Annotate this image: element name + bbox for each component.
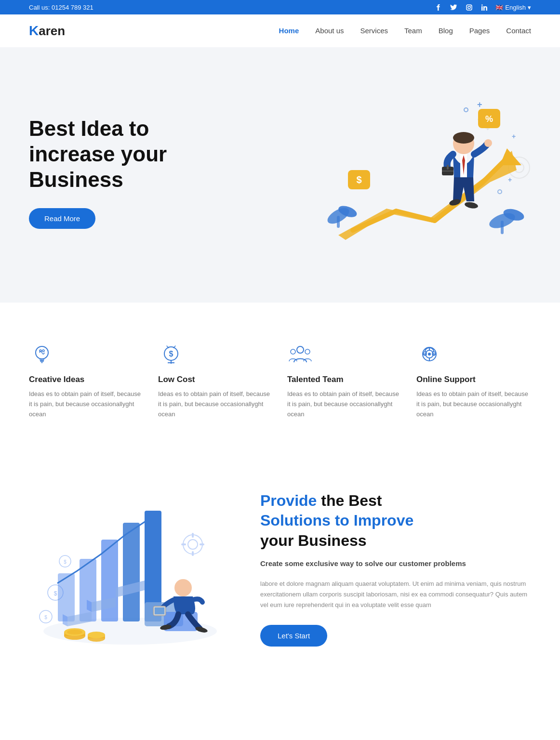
- feature-desc-creative: Ideas es to obtain pain of itself, becau…: [29, 389, 144, 419]
- hero-cta-button[interactable]: Read More: [29, 208, 95, 229]
- nav-item-contact[interactable]: Contact: [506, 26, 531, 35]
- nav-link-home[interactable]: Home: [279, 26, 299, 35]
- features-grid: Creative Ideas Ideas es to obtain pain o…: [29, 336, 531, 424]
- feature-title-support: Online Support: [416, 375, 531, 384]
- nav-item-blog[interactable]: Blog: [439, 26, 453, 35]
- nav-link-about[interactable]: About us: [315, 26, 344, 35]
- feature-desc-cost: Ideas es to obtain pain of itself, becau…: [158, 389, 273, 419]
- solutions-heading-line3: your Business: [260, 532, 367, 549]
- svg-point-39: [464, 201, 479, 210]
- solutions-cta-button[interactable]: Let's Start: [260, 625, 327, 647]
- svg-text:$: $: [356, 174, 361, 185]
- solutions-section: $ $ $: [0, 458, 560, 689]
- svg-rect-62: [123, 523, 140, 621]
- instagram-icon[interactable]: [465, 3, 473, 12]
- svg-point-15: [498, 190, 502, 194]
- solutions-heading-word1: Provide: [260, 492, 317, 509]
- nav-menu: Home About us Services Team Blog Pages C…: [279, 26, 531, 35]
- svg-text:%: %: [485, 114, 493, 124]
- nav-item-about[interactable]: About us: [315, 26, 344, 35]
- flag-icon: 🇬🇧: [495, 4, 503, 11]
- cost-icon: $: [158, 341, 184, 367]
- lang-label: English: [505, 4, 526, 11]
- feature-title-creative: Creative Ideas: [29, 375, 144, 384]
- nav-link-blog[interactable]: Blog: [439, 26, 453, 35]
- solutions-illustration: $ $ $: [29, 487, 231, 650]
- svg-point-51: [291, 349, 295, 354]
- feature-desc-support: Ideas es to obtain pain of itself, becau…: [416, 389, 531, 419]
- nav-item-team[interactable]: Team: [404, 26, 422, 35]
- linkedin-icon[interactable]: [480, 3, 489, 12]
- nav-link-contact[interactable]: Contact: [506, 26, 531, 35]
- svg-point-71: [88, 632, 105, 638]
- solutions-body: labore et dolore magnam aliquam quaerat …: [260, 579, 531, 610]
- nav-item-home[interactable]: Home: [279, 26, 299, 35]
- nav-item-pages[interactable]: Pages: [469, 26, 490, 35]
- svg-point-68: [67, 630, 82, 634]
- svg-text:$: $: [54, 590, 57, 597]
- top-bar: Call us: 01254 789 321 🇬🇧 English ▾: [0, 0, 560, 14]
- solutions-subtitle: Create some exclusive way to solve our c…: [260, 557, 531, 570]
- feature-card-cost: $ Low Cost Ideas es to obtain pain of it…: [158, 336, 273, 424]
- svg-rect-83: [200, 543, 204, 545]
- svg-rect-90: [155, 608, 164, 614]
- nav-link-pages[interactable]: Pages: [469, 26, 490, 35]
- svg-point-52: [305, 349, 310, 354]
- svg-point-55: [428, 353, 431, 356]
- svg-text:+: +: [508, 176, 512, 184]
- svg-text:+: +: [512, 132, 516, 140]
- svg-rect-80: [192, 533, 194, 538]
- svg-rect-0: [467, 5, 472, 10]
- chevron-down-icon: ▾: [528, 4, 531, 11]
- svg-point-13: [464, 108, 468, 112]
- svg-point-31: [453, 132, 474, 144]
- logo-text: aren: [39, 24, 65, 39]
- svg-text:+: +: [477, 100, 482, 109]
- nav-link-team[interactable]: Team: [404, 26, 422, 35]
- solutions-svg: $ $ $: [29, 487, 231, 650]
- logo[interactable]: Karen: [29, 23, 65, 39]
- language-selector[interactable]: 🇬🇧 English ▾: [495, 4, 531, 11]
- phone-number: Call us: 01254 789 321: [29, 4, 93, 11]
- navbar: Karen Home About us Services Team Blog P…: [0, 14, 560, 47]
- svg-rect-29: [501, 221, 504, 234]
- facebook-icon[interactable]: [434, 3, 442, 12]
- hero-svg: + + + $ %: [300, 81, 531, 264]
- support-icon: [416, 341, 442, 367]
- hero-illustration: + + + $ %: [300, 81, 531, 264]
- feature-card-team: Talented Team Ideas es to obtain pain of…: [287, 336, 402, 424]
- nav-link-services[interactable]: Services: [360, 26, 388, 35]
- team-icon: [287, 341, 313, 367]
- svg-point-37: [484, 139, 492, 147]
- features-section: Creative Ideas Ideas es to obtain pain o…: [0, 303, 560, 458]
- feature-card-support: Online Support Ideas es to obtain pain o…: [416, 336, 531, 424]
- svg-point-86: [174, 579, 192, 596]
- feature-title-team: Talented Team: [287, 375, 402, 384]
- hero-text-block: Best Idea to increase your Business Read…: [29, 116, 167, 228]
- svg-text:$: $: [169, 350, 173, 358]
- svg-rect-35: [447, 165, 449, 170]
- svg-point-2: [470, 5, 471, 6]
- feature-card-creative: Creative Ideas Ideas es to obtain pain o…: [29, 336, 144, 424]
- feature-desc-team: Ideas es to obtain pain of itself, becau…: [287, 389, 402, 419]
- feature-title-cost: Low Cost: [158, 375, 273, 384]
- svg-point-79: [188, 540, 198, 549]
- social-lang-group: 🇬🇧 English ▾: [434, 3, 531, 12]
- logo-k: K: [29, 23, 39, 39]
- svg-text:$: $: [44, 615, 47, 620]
- svg-point-1: [468, 6, 470, 9]
- solutions-heading: Provide the Best Solutions to Improve yo…: [260, 491, 531, 551]
- svg-point-50: [297, 346, 304, 353]
- creative-icon: [29, 341, 55, 367]
- hero-section: Best Idea to increase your Business Read…: [0, 47, 560, 303]
- svg-rect-82: [181, 543, 186, 545]
- svg-rect-26: [337, 216, 340, 228]
- twitter-icon[interactable]: [449, 3, 458, 12]
- nav-item-services[interactable]: Services: [360, 26, 388, 35]
- svg-rect-36: [442, 171, 453, 172]
- svg-rect-81: [192, 551, 194, 556]
- hero-heading: Best Idea to increase your Business: [29, 116, 167, 192]
- svg-rect-3: [481, 6, 483, 11]
- svg-point-4: [481, 4, 483, 6]
- svg-point-41: [40, 350, 41, 352]
